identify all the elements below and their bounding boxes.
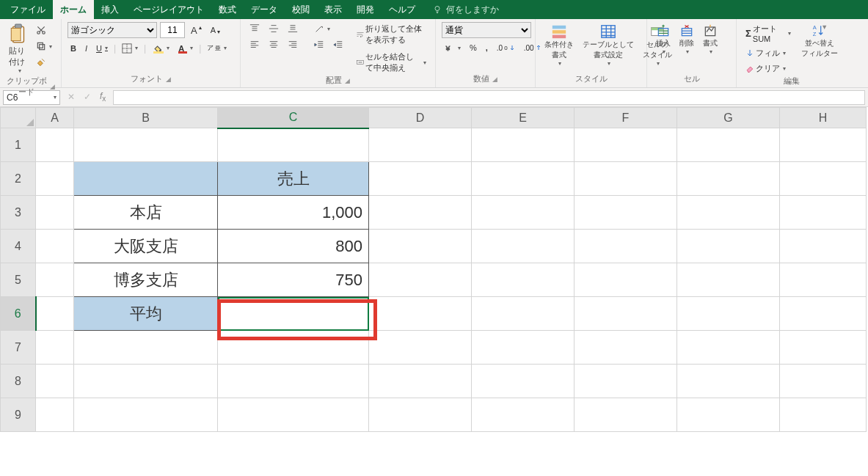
tab-file[interactable]: ファイル	[3, 0, 53, 19]
tab-formulas[interactable]: 数式	[211, 0, 244, 19]
col-header-B[interactable]: B	[74, 108, 218, 128]
col-header-G[interactable]: G	[677, 108, 780, 128]
cell-B5[interactable]: 博多支店	[74, 263, 218, 297]
conditional-format-button[interactable]: 条件付き 書式▾	[541, 22, 577, 68]
increase-font-button[interactable]: A▴	[188, 23, 205, 37]
row-header-4[interactable]: 4	[1, 230, 36, 263]
cell-G3[interactable]	[677, 196, 780, 230]
cell-G2[interactable]	[677, 162, 780, 196]
font-launcher[interactable]: ◢	[166, 76, 171, 83]
cell-D9[interactable]	[369, 398, 472, 432]
autosum-button[interactable]: Σ オート SUM ▾	[743, 22, 794, 45]
cell-A3[interactable]	[36, 196, 74, 230]
cell-F5[interactable]	[575, 263, 677, 297]
increase-indent-button[interactable]	[330, 38, 346, 51]
phonetic-button[interactable]: ア亜▾	[204, 42, 230, 54]
cell-D6[interactable]	[369, 297, 472, 331]
cell-G7[interactable]	[677, 331, 780, 365]
cell-E4[interactable]	[472, 230, 575, 263]
row-header-1[interactable]: 1	[1, 128, 36, 162]
clear-button[interactable]: クリア ▾	[743, 62, 794, 76]
cell-H4[interactable]	[780, 230, 867, 263]
number-launcher[interactable]: ◢	[492, 76, 497, 83]
cell-B9[interactable]	[74, 398, 218, 432]
cell-B3[interactable]: 本店	[74, 196, 218, 230]
percent-button[interactable]: %	[467, 42, 480, 54]
col-header-E[interactable]: E	[472, 108, 575, 128]
align-middle-button[interactable]	[266, 22, 282, 35]
cut-button[interactable]	[33, 23, 55, 37]
cell-G8[interactable]	[677, 365, 780, 398]
cell-C2[interactable]: 売上	[218, 162, 369, 196]
cell-H6[interactable]	[780, 297, 867, 331]
cell-A9[interactable]	[36, 398, 74, 432]
align-right-button[interactable]	[285, 38, 301, 51]
col-header-D[interactable]: D	[369, 108, 472, 128]
format-table-button[interactable]: テーブルとして 書式設定▾	[580, 22, 637, 68]
font-name-select[interactable]: 游ゴシック	[68, 22, 157, 38]
font-size-input[interactable]	[160, 22, 185, 38]
cell-D1[interactable]	[369, 128, 472, 162]
cell-F4[interactable]	[575, 230, 677, 263]
cell-E6[interactable]	[472, 297, 575, 331]
cell-C5[interactable]: 750	[218, 263, 369, 297]
select-all-corner[interactable]	[1, 108, 36, 128]
worksheet-grid[interactable]: A B C D E F G H 1 2 売上 3 本店 1,000 4 大阪支店	[0, 107, 868, 476]
cell-F6[interactable]	[575, 297, 677, 331]
cell-A7[interactable]	[36, 331, 74, 365]
align-bottom-button[interactable]	[285, 22, 301, 35]
cell-F3[interactable]	[575, 196, 677, 230]
align-top-button[interactable]	[247, 22, 263, 35]
formula-input[interactable]	[113, 90, 865, 105]
tab-data[interactable]: データ	[244, 0, 285, 19]
cancel-formula-button[interactable]: ✕	[65, 92, 78, 102]
align-left-button[interactable]	[247, 38, 263, 51]
fx-button[interactable]: fx	[97, 91, 109, 103]
row-header-3[interactable]: 3	[1, 196, 36, 230]
tab-home[interactable]: ホーム	[53, 0, 94, 19]
format-painter-button[interactable]	[33, 56, 55, 69]
fill-color-button[interactable]: ▾	[149, 41, 172, 55]
cell-H8[interactable]	[780, 365, 867, 398]
cell-A6[interactable]	[36, 297, 74, 331]
tab-view[interactable]: 表示	[317, 0, 349, 19]
font-color-button[interactable]: A▾	[175, 41, 196, 55]
cell-G6[interactable]	[677, 297, 780, 331]
cell-H5[interactable]	[780, 263, 867, 297]
cell-H1[interactable]	[780, 128, 867, 162]
tab-developer[interactable]: 開発	[349, 0, 382, 19]
cell-C6[interactable]	[218, 297, 369, 331]
cell-F8[interactable]	[575, 365, 677, 398]
cell-H7[interactable]	[780, 331, 867, 365]
tab-help[interactable]: ヘルプ	[382, 0, 423, 19]
col-header-C[interactable]: C	[218, 108, 369, 128]
cell-B7[interactable]	[74, 331, 218, 365]
copy-button[interactable]: ▾	[33, 40, 55, 53]
align-launcher[interactable]: ◢	[345, 77, 350, 84]
tab-page-layout[interactable]: ページレイアウト	[126, 0, 211, 19]
cell-H2[interactable]	[780, 162, 867, 196]
cell-B2[interactable]	[74, 162, 218, 196]
cell-E2[interactable]	[472, 162, 575, 196]
col-header-F[interactable]: F	[575, 108, 677, 128]
cell-D5[interactable]	[369, 263, 472, 297]
decrease-indent-button[interactable]	[311, 38, 327, 51]
cell-H9[interactable]	[780, 398, 867, 432]
comma-button[interactable]: ,	[483, 42, 491, 54]
wrap-text-button[interactable]: 折り返して全体を表示する	[354, 22, 429, 47]
cell-G9[interactable]	[677, 398, 780, 432]
cell-F7[interactable]	[575, 331, 677, 365]
delete-cells-button[interactable]: 削除▾	[676, 22, 697, 56]
clipboard-launcher[interactable]: ◢	[50, 83, 55, 90]
number-format-select[interactable]: 通貨	[442, 22, 531, 38]
cell-E3[interactable]	[472, 196, 575, 230]
cell-E8[interactable]	[472, 365, 575, 398]
format-cells-button[interactable]: 書式▾	[700, 22, 721, 56]
cell-E5[interactable]	[472, 263, 575, 297]
enter-formula-button[interactable]: ✓	[81, 92, 94, 102]
italic-button[interactable]: I	[82, 43, 90, 54]
row-header-2[interactable]: 2	[1, 162, 36, 196]
cell-C9[interactable]	[218, 398, 369, 432]
cell-H3[interactable]	[780, 196, 867, 230]
cell-A1[interactable]	[36, 128, 74, 162]
